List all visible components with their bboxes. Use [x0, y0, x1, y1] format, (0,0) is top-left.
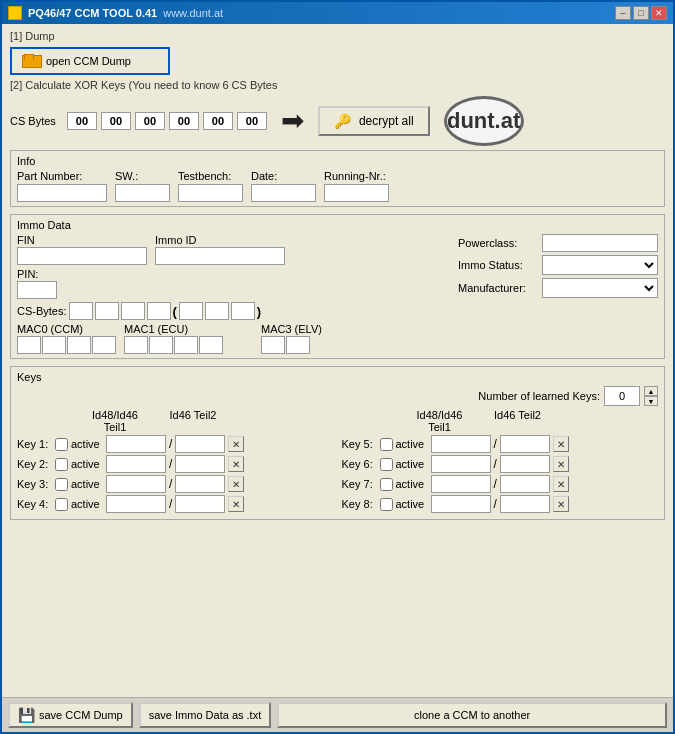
key-1-checkbox[interactable] — [55, 438, 68, 451]
manufacturer-label: Manufacturer: — [458, 282, 538, 294]
dunt-logo: dunt.at — [444, 96, 524, 146]
mac1-b2[interactable] — [149, 336, 173, 354]
dump-label: [1] Dump — [10, 30, 665, 42]
clone-label: clone a CCM to another — [414, 709, 530, 721]
key-2-id46[interactable] — [175, 455, 225, 473]
cs-byte-3[interactable] — [135, 112, 165, 130]
slash-1: / — [169, 437, 172, 451]
slash-5: / — [494, 437, 497, 451]
key-5-id46[interactable] — [500, 435, 550, 453]
num-learned-input[interactable] — [604, 386, 640, 406]
immo-status-select[interactable]: active inactive — [542, 255, 658, 275]
mac1-b4[interactable] — [199, 336, 223, 354]
cs-immo-b5[interactable] — [179, 302, 203, 320]
cs-byte-6[interactable] — [237, 112, 267, 130]
key-7-clear[interactable]: ✕ — [553, 476, 569, 492]
key-4-id46[interactable] — [175, 495, 225, 513]
mac3-inputs — [261, 336, 322, 354]
logo-text: dunt.at — [447, 108, 520, 134]
mac1-b3[interactable] — [174, 336, 198, 354]
key-1-active: active — [71, 438, 103, 450]
key-6-id48[interactable] — [431, 455, 491, 473]
clone-button[interactable]: clone a CCM to another — [277, 702, 667, 728]
mac3-b2[interactable] — [286, 336, 310, 354]
mac0-b4[interactable] — [92, 336, 116, 354]
key-3-active: active — [71, 478, 103, 490]
running-nr-input[interactable] — [324, 184, 389, 202]
key-8-clear[interactable]: ✕ — [553, 496, 569, 512]
key-7-id46[interactable] — [500, 475, 550, 493]
cs-byte-1[interactable] — [67, 112, 97, 130]
keys-columns: Id48/Id46 Teil1 Id46 Teil2 Key 1: active… — [17, 409, 658, 515]
cs-immo-b1[interactable] — [69, 302, 93, 320]
key-2-clear[interactable]: ✕ — [228, 456, 244, 472]
key-2-checkbox[interactable] — [55, 458, 68, 471]
key-7-id48[interactable] — [431, 475, 491, 493]
date-input[interactable] — [251, 184, 316, 202]
key-3-checkbox[interactable] — [55, 478, 68, 491]
key-3-id48[interactable] — [106, 475, 166, 493]
cs-immo-b6[interactable] — [205, 302, 229, 320]
key-5-checkbox[interactable] — [380, 438, 393, 451]
part-number-input[interactable] — [17, 184, 107, 202]
key-4-id48[interactable] — [106, 495, 166, 513]
spinner-down[interactable]: ▼ — [644, 396, 658, 406]
key-3-id46[interactable] — [175, 475, 225, 493]
key-8-checkbox[interactable] — [380, 498, 393, 511]
maximize-button[interactable]: □ — [633, 6, 649, 20]
key-6-checkbox[interactable] — [380, 458, 393, 471]
key-1-id48[interactable] — [106, 435, 166, 453]
immo-content: FIN Immo ID PIN: — [17, 234, 658, 354]
cs-byte-2[interactable] — [101, 112, 131, 130]
powerclass-input[interactable] — [542, 234, 658, 252]
key-5-clear[interactable]: ✕ — [553, 436, 569, 452]
open-dump-label: open CCM Dump — [46, 55, 131, 67]
fin-input[interactable] — [17, 247, 147, 265]
sw-input[interactable] — [115, 184, 170, 202]
key-6-clear[interactable]: ✕ — [553, 456, 569, 472]
mac3-b1[interactable] — [261, 336, 285, 354]
key-8-id48[interactable] — [431, 495, 491, 513]
testbench-input[interactable] — [178, 184, 243, 202]
minimize-button[interactable]: – — [615, 6, 631, 20]
cs-immo-b3[interactable] — [121, 302, 145, 320]
key-7-checkbox[interactable] — [380, 478, 393, 491]
pin-input[interactable] — [17, 281, 57, 299]
open-dump-button[interactable]: open CCM Dump — [10, 47, 170, 75]
key-3-clear[interactable]: ✕ — [228, 476, 244, 492]
key-5-id48[interactable] — [431, 435, 491, 453]
decrypt-all-button[interactable]: 🔑 decrypt all — [318, 106, 430, 136]
mac0-b1[interactable] — [17, 336, 41, 354]
mac0-b2[interactable] — [42, 336, 66, 354]
cs-immo-b2[interactable] — [95, 302, 119, 320]
key-row-5: Key 5: active / ✕ — [342, 435, 659, 453]
key-2-id48[interactable] — [106, 455, 166, 473]
cs-immo-b4[interactable] — [147, 302, 171, 320]
immo-section: Immo Data FIN Immo ID — [10, 214, 665, 359]
key-4-checkbox[interactable] — [55, 498, 68, 511]
manufacturer-select[interactable] — [542, 278, 658, 298]
mac1-b1[interactable] — [124, 336, 148, 354]
cs-byte-4[interactable] — [169, 112, 199, 130]
key-4-clear[interactable]: ✕ — [228, 496, 244, 512]
xor-section: [2] Calculate XOR Keys (You need to know… — [10, 79, 665, 146]
key-6-id46[interactable] — [500, 455, 550, 473]
mac0-b3[interactable] — [67, 336, 91, 354]
key-3-label: Key 3: — [17, 478, 52, 490]
info-label: Info — [17, 155, 658, 167]
spinner-up[interactable]: ▲ — [644, 386, 658, 396]
key-5-label: Key 5: — [342, 438, 377, 450]
immo-left: FIN Immo ID PIN: — [17, 234, 450, 354]
save-immo-button[interactable]: save Immo Data as .txt — [139, 702, 271, 728]
mac1-inputs — [124, 336, 223, 354]
cs-byte-5[interactable] — [203, 112, 233, 130]
key-1-clear[interactable]: ✕ — [228, 436, 244, 452]
key-8-id46[interactable] — [500, 495, 550, 513]
immo-id-input[interactable] — [155, 247, 285, 265]
save-dump-button[interactable]: 💾 save CCM Dump — [8, 702, 133, 728]
key-row-7: Key 7: active / ✕ — [342, 475, 659, 493]
pin-label: PIN: — [17, 268, 57, 280]
close-button[interactable]: ✕ — [651, 6, 667, 20]
key-1-id46[interactable] — [175, 435, 225, 453]
cs-immo-b7[interactable] — [231, 302, 255, 320]
